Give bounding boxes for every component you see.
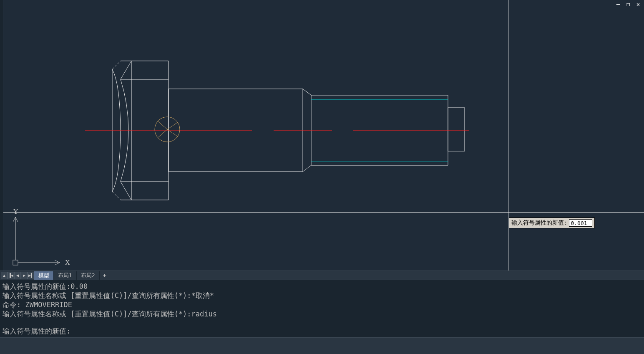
tab-layout2[interactable]: 布局2: [77, 271, 100, 280]
maximize-button[interactable]: ❐: [625, 1, 631, 8]
history-line: 输入符号属性的新值:0.00: [3, 282, 641, 291]
svg-rect-4: [169, 89, 303, 172]
svg-line-1: [121, 182, 131, 200]
svg-rect-18: [13, 260, 18, 265]
svg-line-5: [303, 89, 311, 95]
status-bar: [0, 337, 644, 354]
window-controls: — ❐ ✕: [615, 1, 641, 8]
cad-drawing: [3, 0, 644, 271]
crosshair-horizontal: [3, 212, 644, 213]
drawing-canvas[interactable]: X Y: [3, 0, 644, 271]
layout-tabs-bar: ▲ ▐◀ ◀ ▶ ▶▌ 模型 布局1 布局2 +: [0, 271, 644, 280]
crosshair-vertical: [508, 0, 508, 271]
ucs-x-label: X: [65, 259, 70, 266]
svg-rect-11: [448, 108, 465, 151]
tooltip-label: 输入符号属性的新值:: [511, 219, 567, 227]
minimize-button[interactable]: —: [615, 1, 621, 8]
tab-add-button[interactable]: +: [100, 272, 110, 279]
dynamic-input-tooltip: 输入符号属性的新值:: [509, 217, 595, 228]
svg-line-6: [303, 165, 311, 172]
tooltip-input[interactable]: [569, 219, 592, 227]
history-line: 输入符号属性名称或 [重置属性值(C)]/查询所有属性(*):*取消*: [3, 291, 641, 300]
history-line: 输入符号属性名称或 [重置属性值(C)]/查询所有属性(*):radius: [3, 309, 641, 319]
svg-line-0: [121, 61, 131, 79]
ucs-y-label: Y: [13, 209, 18, 215]
ucs-icon: X Y: [12, 209, 74, 273]
close-button[interactable]: ✕: [635, 1, 641, 8]
command-prompt: 输入符号属性的新值:: [3, 326, 70, 336]
left-sidebar-strip: [0, 0, 3, 271]
tab-nav-up[interactable]: ▲: [1, 272, 8, 279]
history-line: 命令: ZWMOVERRIDE: [3, 300, 641, 309]
command-history[interactable]: 输入符号属性的新值:0.00 输入符号属性名称或 [重置属性值(C)]/查询所有…: [0, 280, 644, 325]
command-input-line[interactable]: 输入符号属性的新值:: [0, 325, 644, 337]
